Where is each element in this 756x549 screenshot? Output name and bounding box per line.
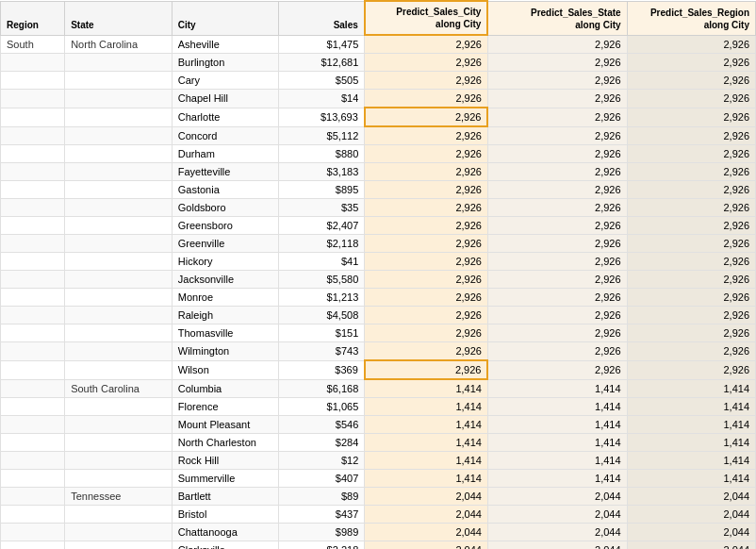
- cell-region: [1, 342, 65, 361]
- cell-city: Wilmington: [172, 342, 279, 361]
- table-row: Durham$8802,9262,9262,926: [1, 145, 756, 163]
- cell-city: Burlington: [172, 54, 279, 72]
- cell-predict-region: 2,926: [627, 126, 755, 145]
- cell-city: Bristol: [172, 506, 279, 524]
- table-row: Hickory$412,9262,9262,926: [1, 253, 756, 271]
- cell-sales: $5,580: [279, 271, 365, 289]
- cell-region: South: [1, 35, 65, 54]
- cell-city: North Charleston: [172, 434, 279, 452]
- cell-predict-region: 2,926: [627, 271, 755, 289]
- cell-predict-state: 2,044: [487, 506, 627, 524]
- cell-state: [65, 470, 173, 488]
- cell-predict-city: 2,044: [365, 488, 488, 506]
- cell-predict-city: 2,044: [365, 524, 488, 541]
- cell-state: [65, 235, 173, 253]
- cell-sales: $3,183: [279, 163, 365, 181]
- cell-predict-city: 1,414: [365, 452, 488, 470]
- table-row: Wilson$3692,9262,9262,926: [1, 360, 756, 379]
- table-row: Monroe$1,2132,9262,9262,926: [1, 289, 756, 307]
- table-row: Summerville$4071,4141,4141,414: [1, 470, 756, 488]
- cell-state: [65, 199, 173, 217]
- cell-predict-region: 2,926: [627, 35, 755, 54]
- cell-predict-region: 2,926: [627, 307, 755, 324]
- cell-predict-region: 2,926: [627, 324, 755, 342]
- cell-predict-region: 2,926: [627, 217, 755, 235]
- cell-region: [1, 379, 65, 398]
- cell-predict-state: 1,414: [487, 416, 627, 434]
- cell-predict-region: 2,926: [627, 54, 755, 72]
- cell-predict-city: 1,414: [365, 398, 488, 416]
- cell-predict-state: 2,926: [487, 35, 627, 54]
- cell-predict-city: 2,926: [365, 235, 488, 253]
- cell-predict-city: 2,926: [365, 145, 488, 163]
- cell-predict-state: 2,926: [487, 90, 627, 108]
- cell-city: Summerville: [172, 470, 279, 488]
- cell-sales: $989: [279, 524, 365, 541]
- cell-sales: $505: [279, 72, 365, 90]
- cell-state: [65, 108, 173, 126]
- cell-predict-city: 2,926: [365, 253, 488, 271]
- cell-city: Raleigh: [172, 307, 279, 324]
- cell-predict-state: 2,926: [487, 307, 627, 324]
- cell-city: Concord: [172, 126, 279, 145]
- cell-predict-region: 2,926: [627, 181, 755, 199]
- cell-predict-city: 2,926: [365, 289, 488, 307]
- table-row: Rock Hill$121,4141,4141,414: [1, 452, 756, 470]
- cell-city: Florence: [172, 398, 279, 416]
- header-predict-city: Predict_Sales_City along City: [365, 1, 488, 35]
- cell-predict-city: 2,926: [365, 126, 488, 145]
- cell-predict-state: 2,926: [487, 126, 627, 145]
- cell-sales: $2,218: [279, 541, 365, 550]
- cell-state: South Carolina: [65, 379, 173, 398]
- cell-predict-city: 2,926: [365, 181, 488, 199]
- cell-region: [1, 126, 65, 145]
- cell-predict-region: 2,044: [627, 488, 755, 506]
- cell-state: [65, 72, 173, 90]
- cell-sales: $546: [279, 416, 365, 434]
- cell-city: Chattanooga: [172, 524, 279, 541]
- cell-state: [65, 271, 173, 289]
- cell-region: [1, 541, 65, 550]
- cell-sales: $743: [279, 342, 365, 361]
- table-row: Cary$5052,9262,9262,926: [1, 72, 756, 90]
- cell-sales: $5,112: [279, 126, 365, 145]
- cell-predict-state: 2,926: [487, 54, 627, 72]
- cell-sales: $14: [279, 90, 365, 108]
- cell-predict-city: 2,926: [365, 90, 488, 108]
- cell-predict-state: 2,926: [487, 145, 627, 163]
- cell-state: [65, 524, 173, 541]
- cell-sales: $13,693: [279, 108, 365, 126]
- cell-city: Jacksonville: [172, 271, 279, 289]
- cell-region: [1, 524, 65, 541]
- cell-predict-region: 2,926: [627, 145, 755, 163]
- cell-predict-region: 2,926: [627, 360, 755, 379]
- cell-region: [1, 271, 65, 289]
- table-row: Bristol$4372,0442,0442,044: [1, 506, 756, 524]
- cell-city: Monroe: [172, 289, 279, 307]
- table-row: SouthNorth CarolinaAsheville$1,4752,9262…: [1, 35, 756, 54]
- cell-region: [1, 90, 65, 108]
- cell-predict-city: 1,414: [365, 470, 488, 488]
- cell-predict-region: 2,926: [627, 235, 755, 253]
- cell-region: [1, 199, 65, 217]
- cell-region: [1, 253, 65, 271]
- cell-city: Hickory: [172, 253, 279, 271]
- cell-predict-city: 2,926: [365, 217, 488, 235]
- cell-state: [65, 181, 173, 199]
- cell-city: Goldsboro: [172, 199, 279, 217]
- cell-predict-state: 2,926: [487, 235, 627, 253]
- cell-predict-state: 2,926: [487, 217, 627, 235]
- cell-predict-state: 2,926: [487, 181, 627, 199]
- cell-state: [65, 452, 173, 470]
- cell-state: [65, 54, 173, 72]
- table-row: Clarksville$2,2182,0442,0442,044: [1, 541, 756, 550]
- table-row: South CarolinaColumbia$6,1681,4141,4141,…: [1, 379, 756, 398]
- cell-region: [1, 108, 65, 126]
- cell-predict-region: 1,414: [627, 398, 755, 416]
- table-row: Wilmington$7432,9262,9262,926: [1, 342, 756, 361]
- cell-state: [65, 342, 173, 361]
- cell-predict-city: 2,926: [365, 342, 488, 361]
- cell-predict-state: 2,926: [487, 360, 627, 379]
- cell-region: [1, 289, 65, 307]
- cell-state: [65, 434, 173, 452]
